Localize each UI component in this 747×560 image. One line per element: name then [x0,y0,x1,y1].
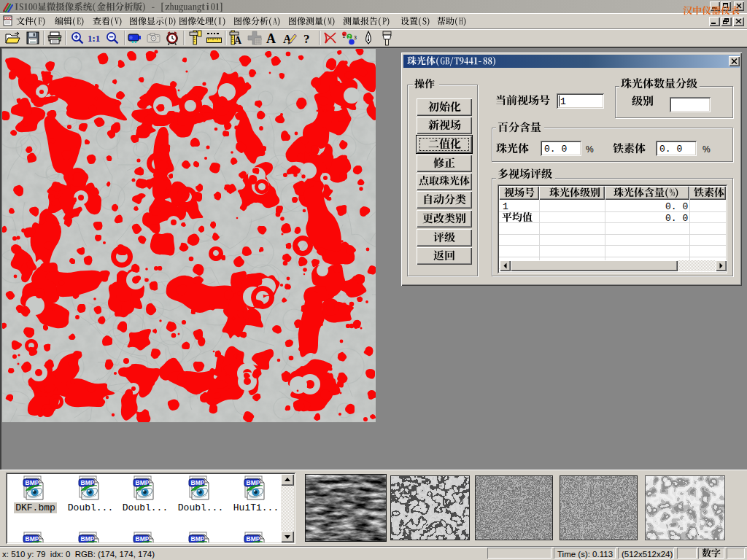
svg-text:A: A [234,35,242,46]
svg-text:1:1: 1:1 [88,33,100,44]
svg-text:2: 2 [348,34,351,39]
svg-text:1: 1 [343,34,346,39]
svg-text:A: A [266,31,276,46]
svg-text:?: ? [303,32,310,46]
svg-text:3: 3 [354,35,357,40]
svg-text:DOC: DOC [4,17,12,20]
